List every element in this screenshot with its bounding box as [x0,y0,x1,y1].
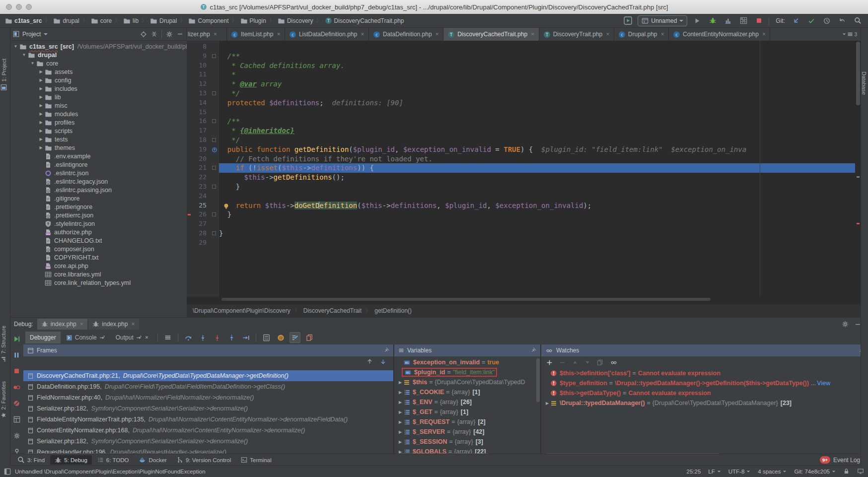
status-widget[interactable]: Git: 74e8c205 [794,469,836,475]
fold-marker-icon[interactable] [212,119,216,123]
editor-tab[interactable]: TDiscoveryTrait.php✕ [539,28,614,41]
breadcrumb-item[interactable]: core [91,17,112,24]
variable-row[interactable]: ▶123$_ENV={array}[26] [394,397,540,407]
coverage-button[interactable] [723,15,733,26]
close-tab-icon[interactable]: ✕ [277,32,281,37]
tree-item[interactable]: composer.json [10,245,187,253]
expand-arrow-icon[interactable]: ▶ [397,390,403,395]
tree-item[interactable]: .eslintrc.passing.json [10,186,187,194]
tree-item[interactable]: ▶themes [10,143,187,152]
editor-breadcrumb[interactable]: \Drupal\Component\Plugin\Discovery〉Disco… [187,304,861,317]
locate-file-icon[interactable] [140,31,147,38]
float-panel-icon[interactable] [530,347,536,353]
run-config-select[interactable]: Unnamed [638,15,687,26]
rollback-button[interactable] [837,15,848,26]
copy-stack-button[interactable] [304,332,315,343]
tree-item[interactable]: ▶profiles [10,118,187,127]
collapsed-arrow-icon[interactable]: ▶ [38,112,44,116]
gutter-line[interactable]: 22 [187,173,218,182]
settings-gear-icon[interactable] [842,321,849,328]
watch-row[interactable]: $this->definition['class']=Cannot evalua… [541,368,868,378]
variable-row[interactable]: ▶123$_SESSION={array}[3] [394,437,540,447]
gutter-line[interactable]: 28 [187,229,218,238]
toolwindow-button-terminal[interactable]: Terminal [236,455,276,465]
variables-list[interactable]: 01$exception_on_invalid=true01$plugin_id… [394,356,540,457]
project-view-title[interactable]: Project [22,31,41,38]
debug-tab-debugger[interactable]: Debugger [25,332,61,343]
editor-tab[interactable]: cItemList.php✕ [227,28,285,41]
variable-row[interactable]: 01$exception_on_invalid=true [394,357,540,367]
breadcrumb-item[interactable]: drupal [53,17,79,24]
remove-watch-icon[interactable] [559,359,566,366]
tree-item[interactable]: .eslintrc.json [10,169,187,177]
mute-breakpoints-button[interactable] [11,398,22,409]
chevron-down-icon[interactable] [44,33,48,35]
tree-item[interactable]: ▼core [10,59,187,68]
toolwindow-button-3-find[interactable]: 3: Find [13,455,49,465]
stack-frame-row[interactable]: FieldNormalizer.php:40,Drupal\hal\Normal… [23,392,393,403]
gutter-line[interactable]: 23 [187,182,218,192]
restore-layout-button[interactable] [11,414,22,425]
close-tab-icon[interactable]: ✕ [531,32,535,37]
hide-panel-icon[interactable] [177,31,183,37]
status-message[interactable]: Unhandled \Drupal\Component\Plugin\Excep… [15,469,206,475]
debug-session-tab[interactable]: index.php✕ [37,319,88,330]
git-update-button[interactable] [791,15,801,26]
breadcrumb-item[interactable]: TDiscoveryCachedTrait.php [325,17,404,24]
fold-marker-icon[interactable] [212,138,216,142]
breadcrumb-item[interactable]: Plugin [240,17,266,24]
add-watch-icon[interactable] [546,359,553,366]
close-tab-icon[interactable]: ✕ [361,32,364,37]
gutter-line[interactable]: 14 [187,98,218,108]
expanded-arrow-icon[interactable]: ▼ [13,44,18,49]
status-widget[interactable]: 25:25 [687,469,701,475]
toolwindow-button-9-version-control[interactable]: 9: Version Control [172,455,235,465]
tree-item[interactable]: ▶config [10,76,187,84]
gear-icon[interactable] [166,31,173,38]
variable-row[interactable]: ▶123$_SERVER={array}[42] [394,427,540,437]
gutter-line[interactable]: 29 [187,238,218,248]
gutter-line[interactable]: 9 [187,52,218,61]
run-panel-icon[interactable] [622,15,633,26]
view-link[interactable]: View [817,380,830,387]
breadcrumb-item[interactable]: lib [123,17,139,24]
collapsed-arrow-icon[interactable]: ▶ [38,78,44,82]
gutter-line[interactable]: 8 [187,42,218,52]
mark-object-button[interactable]: @ [275,332,286,343]
collapsed-arrow-icon[interactable]: ▶ [38,137,44,141]
toolwindow-button-6-todo[interactable]: 6: TODO [93,455,134,465]
step-into-button[interactable] [197,332,208,343]
step-out-button[interactable] [226,332,237,343]
gutter-line[interactable]: 17 [187,126,218,136]
editor-breadcrumb-item[interactable]: getDefinition() [374,307,412,314]
breadcrumb-item[interactable]: Component [188,17,228,24]
stack-frame-row[interactable]: Serializer.php:182,Symfony\Component\Ser… [23,403,393,414]
tree-item[interactable]: .gitignore [10,194,187,203]
gutter-line[interactable]: 20 [187,154,218,164]
editor-tab[interactable]: lizer.php✕ [187,28,227,41]
evaluate-expression-button[interactable] [261,332,272,343]
fold-marker-icon[interactable] [212,185,216,189]
expand-arrow-icon[interactable]: ▶ [397,430,403,434]
editor-tab[interactable]: cListDataDefinition.php✕ [285,28,369,41]
frames-list[interactable]: DiscoveryCachedTrait.php:21,Drupal\Core\… [23,370,393,457]
tree-item[interactable]: ▶lib [10,93,187,101]
close-tab-icon[interactable]: ✕ [435,32,439,37]
collapsed-arrow-icon[interactable]: ▶ [38,95,44,99]
run-button[interactable] [692,15,703,26]
debug-tab-console[interactable]: Console [62,332,110,343]
tree-item[interactable]: ▶modules [10,110,187,118]
tree-item[interactable]: .eslintrc.legacy.json [10,177,187,186]
debug-tab-output[interactable]: Output✕ [111,332,153,343]
debug-session-tab[interactable]: index.php✕ [88,319,139,330]
expand-arrow-icon[interactable]: ▶ [397,400,403,405]
gutter-line[interactable]: 19 [187,145,218,154]
tree-item[interactable]: ▶assets [10,68,187,76]
close-tab-icon[interactable]: ✕ [145,335,149,340]
frame-down-icon[interactable] [380,358,386,365]
collapsed-arrow-icon[interactable]: ▶ [38,103,44,108]
breadcrumb-item[interactable]: c1tas_src [5,17,42,24]
gutter-line[interactable]: 24 [187,192,218,201]
editor-gutter[interactable]: 8910111213141516171819202122232425262728… [187,41,219,297]
tree-item[interactable]: .prettierignore [10,203,187,211]
